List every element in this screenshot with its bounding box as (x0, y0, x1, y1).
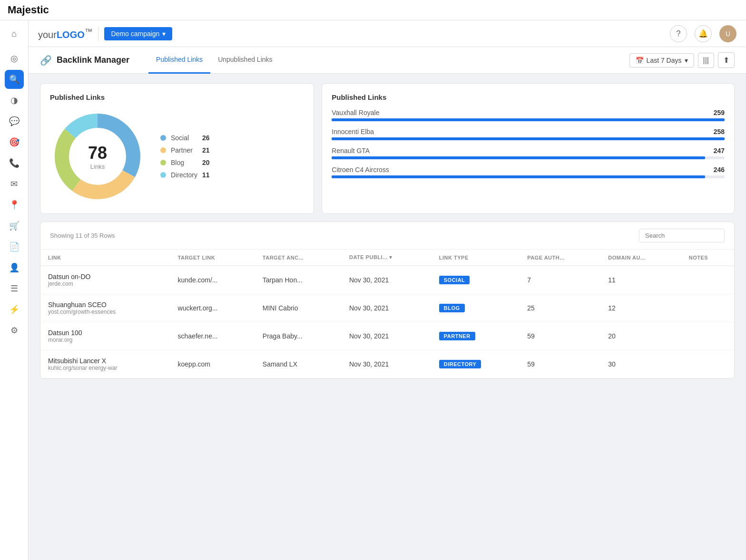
blog-dot (160, 160, 166, 165)
col-notes: NOTES (681, 250, 734, 266)
table-row[interactable]: Datsun on-DO jerde.com kunde.com/... Tar… (40, 266, 734, 294)
avatar-initial: U (726, 30, 730, 38)
legend-blog: Blog 20 (160, 159, 210, 166)
page-title-area: 🔗 Backlink Manager (40, 55, 129, 66)
link-type-badge: BLOG (439, 304, 465, 312)
cell-target-anc: Tarpan Hon... (255, 266, 342, 294)
cell-page-auth: 7 (520, 266, 600, 294)
cell-link: Datsun on-DO jerde.com (40, 266, 170, 294)
target-icon[interactable]: 🎯 (5, 133, 24, 152)
table-info: Showing 11 of 35 Rows (50, 232, 115, 239)
bell-icon: 🔔 (698, 29, 708, 38)
bar-chart-title: Published Links (332, 93, 725, 101)
header-actions: 📅 Last 7 Days ▾ ||| ⬆ (629, 52, 735, 68)
backlink-manager-icon: 🔗 (40, 55, 52, 66)
location-icon[interactable]: 📍 (5, 195, 24, 214)
table-toolbar: Showing 11 of 35 Rows (40, 222, 734, 250)
social-label: Social (171, 134, 197, 142)
campaign-button[interactable]: Demo campaign ▾ (104, 27, 172, 40)
link-type-badge: DIRECTORY (439, 360, 481, 368)
published-links-donut-card: Published Links (40, 83, 314, 214)
cell-date-published: Nov 30, 2021 (342, 350, 432, 378)
col-page-auth: PAGE AUTH... (520, 250, 600, 266)
cell-page-auth: 25 (520, 294, 600, 322)
bar-track (332, 118, 725, 121)
cell-target-anc: Praga Baby... (255, 322, 342, 350)
cell-domain-auth: 12 (600, 294, 681, 322)
partner-count: 21 (202, 146, 210, 154)
cell-date-published: Nov 30, 2021 (342, 294, 432, 322)
cell-date-published: Nov 30, 2021 (342, 322, 432, 350)
bar-item: Renault GTA 247 (332, 147, 725, 159)
tab-unpublished-links[interactable]: Unpublished Links (210, 47, 280, 74)
directory-dot (160, 172, 166, 178)
date-filter-button[interactable]: 📅 Last 7 Days ▾ (629, 53, 694, 68)
settings-icon[interactable]: ⚙ (5, 321, 24, 340)
cell-link-type: BLOG (432, 294, 520, 322)
table-row[interactable]: Shuanghuan SCEO yost.com/growth-essences… (40, 294, 734, 322)
chat-icon[interactable]: 💬 (5, 112, 24, 131)
phone-icon[interactable]: 📞 (5, 154, 24, 173)
list-icon[interactable]: ☰ (5, 279, 24, 298)
legend-partner: Partner 21 (160, 146, 210, 154)
chart-view-button[interactable]: ||| (698, 53, 714, 68)
table-header-row: LINK TARGET LINK TARGET ANC... DATE PUBL… (40, 250, 734, 266)
help-button[interactable]: ? (670, 25, 687, 42)
cell-link-type: DIRECTORY (432, 350, 520, 378)
cell-notes (681, 294, 734, 322)
table-header: LINK TARGET LINK TARGET ANC... DATE PUBL… (40, 250, 734, 266)
social-count: 26 (202, 134, 210, 142)
bar-item: Citroen C4 Aircross 246 (332, 166, 725, 178)
bar-track (332, 156, 725, 159)
bar-item: Innocenti Elba 258 (332, 128, 725, 140)
cell-domain-auth: 30 (600, 350, 681, 378)
page-title: Backlink Manager (57, 55, 129, 65)
mail-icon[interactable]: ✉ (5, 174, 24, 193)
cell-notes (681, 322, 734, 350)
cart-icon[interactable]: 🛒 (5, 216, 24, 235)
cell-target-link: koepp.com (170, 350, 255, 378)
social-dot (160, 135, 166, 141)
document-icon[interactable]: 📄 (5, 237, 24, 256)
page-tabs: Published Links Unpublished Links (148, 47, 280, 74)
user-icon[interactable]: 👤 (5, 258, 24, 277)
legend-social: Social 26 (160, 134, 210, 142)
link-type-badge: PARTNER (439, 332, 475, 340)
cell-link: Datsun 100 morar.org (40, 322, 170, 350)
bar-item-name: Renault GTA (332, 147, 370, 154)
blog-label: Blog (171, 159, 197, 166)
chart-icon: ||| (703, 56, 709, 64)
top-header: yourLOGO™ Demo campaign ▾ ? 🔔 U (29, 20, 746, 47)
donut-container: 78 Links (50, 109, 145, 204)
content-area: Published Links (29, 74, 746, 560)
logo-text: yourLOGO™ (38, 27, 92, 40)
gauge-icon[interactable]: ◑ (5, 91, 24, 110)
cell-target-link: kunde.com/... (170, 266, 255, 294)
col-date-published[interactable]: DATE PUBLI... ▾ (342, 250, 432, 266)
share-icon: ⬆ (723, 56, 729, 64)
donut-legend: Social 26 Partner 21 Blog (160, 134, 210, 179)
cell-link: Shuanghuan SCEO yost.com/growth-essences (40, 294, 170, 322)
cell-link: Mitsubishi Lancer X kuhic.org/sonar ener… (40, 350, 170, 378)
bar-list: Vauxhall Royale 259 Innocenti Elba 258 R… (332, 109, 725, 178)
avatar[interactable]: U (719, 25, 736, 42)
search-input[interactable] (639, 229, 725, 242)
analytics-icon[interactable]: ◎ (5, 49, 24, 68)
search-icon[interactable]: 🔍 (5, 70, 24, 89)
share-button[interactable]: ⬆ (718, 52, 735, 68)
donut-label: Links (88, 163, 107, 170)
date-filter-label: Last 7 Days (647, 57, 682, 64)
bar-item-name: Vauxhall Royale (332, 109, 379, 116)
left-sidebar: ⌂ ◎ 🔍 ◑ 💬 🎯 📞 ✉ 📍 🛒 📄 👤 ☰ ⚡ ⚙ (0, 20, 29, 560)
table-row[interactable]: Datsun 100 morar.org schaefer.ne... Prag… (40, 322, 734, 350)
main-content: yourLOGO™ Demo campaign ▾ ? 🔔 U (29, 20, 746, 560)
home-icon[interactable]: ⌂ (5, 24, 24, 43)
cell-notes (681, 350, 734, 378)
dropdown-arrow-icon: ▾ (685, 57, 688, 64)
bar-fill (332, 118, 725, 121)
plugin-icon[interactable]: ⚡ (5, 300, 24, 319)
notifications-button[interactable]: 🔔 (695, 25, 712, 42)
table-row[interactable]: Mitsubishi Lancer X kuhic.org/sonar ener… (40, 350, 734, 378)
tab-published-links[interactable]: Published Links (148, 47, 210, 74)
cell-link-type: SOCIAL (432, 266, 520, 294)
